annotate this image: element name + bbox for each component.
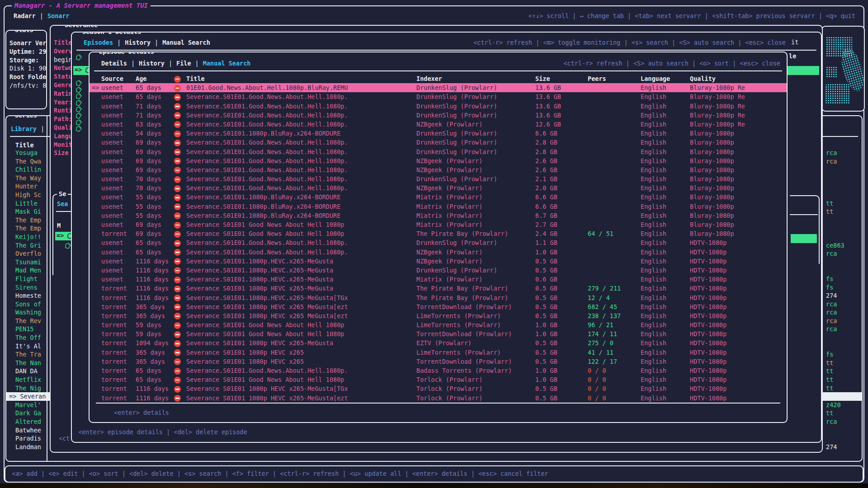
tab-manual-search[interactable]: Manual Search	[203, 60, 251, 67]
seasons-box-tab[interactable]: Sea	[57, 200, 68, 207]
search-result-row[interactable]: =>usenet65 days01E01.Good.News.About.Hel…	[90, 83, 787, 92]
series-title: PEN15	[6, 325, 34, 333]
rejected-icon	[174, 304, 181, 310]
tab-sonarr[interactable]: Sonarr	[47, 12, 70, 19]
result-peers	[588, 238, 641, 247]
search-result-row[interactable]: torrent1116 daysSeverance S01E01 1080p H…	[90, 284, 787, 293]
search-result-row[interactable]: torrent365 daysSeverance S01E01 1080p HE…	[90, 357, 787, 366]
search-result-row[interactable]: torrent1116 daysSeverance S01E01 1080p H…	[90, 394, 787, 403]
rejected-icon	[174, 295, 181, 301]
search-result-row[interactable]: torrent365 daysSeverance S01E01 1080p HE…	[90, 302, 787, 311]
search-result-row[interactable]: usenet69 daysSeverance.S01E01.Good.News.…	[90, 138, 787, 147]
result-rejected	[168, 284, 186, 293]
search-result-row[interactable]: torrent1094 daysSeverance S01E01 1080p H…	[90, 338, 787, 347]
background-column-fragment: tt	[826, 384, 833, 393]
rejected-icon	[174, 358, 181, 365]
result-title: Severance S01E01 Good News About Hell 10…	[186, 229, 416, 238]
result-peers: 682 / 45	[588, 302, 641, 311]
search-result-row[interactable]: usenet65 daysSeverance.S01E01.Good.News.…	[90, 238, 787, 247]
result-peers	[588, 120, 641, 129]
tab-library[interactable]: Library	[11, 125, 37, 132]
result-rejected	[168, 229, 186, 238]
result-rejected	[168, 238, 186, 247]
search-result-row[interactable]: usenet70 daysSeverance.S01E01.Good.News.…	[90, 183, 787, 192]
result-age: 65 days	[136, 366, 168, 375]
search-result-row[interactable]: usenet71 daysSeverance.S01E01.Good.News.…	[90, 102, 787, 111]
selection-marker	[90, 275, 101, 284]
tab-details[interactable]: Details	[101, 60, 127, 67]
result-language: English	[641, 320, 690, 329]
result-rejected	[168, 384, 186, 393]
result-rejected	[168, 174, 186, 183]
search-result-row[interactable]: torrent59 daysSeverance S01E01 Good News…	[90, 329, 787, 338]
result-size: 2.7 GB	[535, 220, 588, 229]
result-peers: 0 / 0	[588, 384, 641, 393]
selection-marker	[90, 192, 101, 202]
search-result-row[interactable]: torrent1116 daysSeverance S01E01 1080p H…	[90, 384, 787, 393]
search-result-row[interactable]: usenet69 daysSeverance.S01E01.Good.News.…	[90, 156, 787, 165]
result-source: torrent	[101, 338, 136, 347]
result-age: 1116 days	[136, 284, 168, 293]
result-rejected	[168, 220, 186, 229]
tab-history[interactable]: History	[139, 60, 165, 67]
search-result-row[interactable]: usenet55 daysSeverance.S01E01.1080p.BluR…	[90, 192, 787, 202]
rejected-icon	[174, 286, 181, 292]
search-result-row[interactable]: usenet69 daysSeverance S01E01 Good News …	[90, 220, 787, 229]
result-title: Severance.S01E01.Good.News.About.Hell.10…	[186, 102, 416, 111]
search-result-row[interactable]: torrent365 daysSeverance S01E01 1080p HE…	[90, 311, 787, 320]
search-result-row[interactable]: usenet63 daysSeverance.S01E01.Good.News.…	[90, 120, 787, 129]
result-rejected	[168, 92, 186, 101]
search-result-row[interactable]: torrent1116 daysSeverance.S01E01.1080p.H…	[90, 293, 787, 302]
series-title: => Severan	[6, 393, 46, 400]
search-result-row[interactable]: torrent365 daysSeverance S01E01 1080p HE…	[90, 348, 787, 357]
result-title: Severance.S01E01.Good.News.About.Hell.10…	[186, 366, 416, 375]
search-result-row[interactable]: usenet65 daysSeverance.S01E01.Good.News.…	[90, 92, 787, 101]
selection-marker	[90, 394, 101, 403]
result-quality: Bluray-1080p	[690, 229, 787, 238]
search-result-row[interactable]: usenet1116 daysSeverance.S01E01.1080p.HE…	[90, 266, 787, 275]
series-title: The Way	[6, 174, 41, 182]
search-result-row[interactable]: torrent69 daysSeverance S01E01 Good News…	[90, 229, 787, 238]
search-result-row[interactable]: usenet1116 daysSeverance.S01E01.1080p.HE…	[90, 257, 787, 266]
search-result-row[interactable]: usenet71 daysSeverance.S01E01.Good.News.…	[90, 111, 787, 120]
selection-marker	[90, 293, 101, 302]
tab-separator: |	[165, 60, 176, 67]
search-result-row[interactable]: torrent65 daysSeverance.S01E01.Good.News…	[90, 366, 787, 375]
result-indexer: Torlock (Prowlarr)	[416, 394, 535, 403]
search-result-row[interactable]: torrent59 daysSeverance S01E01 Good News…	[90, 320, 787, 329]
result-indexer: NZBgeek (Prowlarr)	[416, 165, 535, 174]
rejected-icon	[174, 85, 181, 92]
result-source: torrent	[101, 229, 136, 238]
search-result-row[interactable]: usenet69 daysSeverance.S01E01.Good.News.…	[90, 165, 787, 174]
result-age: 59 days	[136, 320, 168, 329]
search-result-row[interactable]: usenet55 daysSeverance.S01E01.1080p.BluR…	[90, 211, 787, 220]
search-result-row[interactable]: torrent65 daysSeverance S01E01 Good News…	[90, 375, 787, 384]
result-source: usenet	[101, 220, 136, 229]
result-peers	[588, 138, 641, 147]
search-result-row[interactable]: usenet1116 daysSeverance.S01E01.1080p.HE…	[90, 275, 787, 284]
result-age: 70 days	[136, 174, 168, 183]
result-rejected	[168, 320, 186, 329]
result-source: torrent	[101, 284, 136, 293]
search-result-row[interactable]: usenet70 daysSeverance.S01E01.Good.News.…	[90, 174, 787, 183]
tab-file[interactable]: File	[176, 60, 191, 67]
result-rejected	[168, 102, 186, 111]
search-result-row[interactable]: usenet55 daysSeverance.S01E01.1080p.BluR…	[90, 202, 787, 211]
series-title: Keijo!!	[6, 233, 41, 240]
column-header-Indexer: Indexer	[416, 74, 535, 83]
column-header-Quality: Quality	[690, 74, 787, 83]
search-result-row[interactable]: usenet54 daysSeverance.S01E01.1080p.BluR…	[90, 129, 787, 138]
result-quality: HDTV-1080p	[690, 266, 787, 275]
search-result-row[interactable]: usenet65 daysSeverance.S01E01.Good.News.…	[90, 248, 787, 257]
result-peers	[588, 192, 641, 202]
result-rejected	[168, 248, 186, 257]
tab-radarr[interactable]: Radarr	[14, 12, 36, 19]
result-source: usenet	[101, 156, 136, 165]
result-language: English	[641, 357, 690, 366]
result-source: usenet	[101, 138, 136, 147]
search-result-row[interactable]: usenet69 daysSeverance.S01E01.Good.News.…	[90, 147, 787, 156]
result-title: Severance.S01E01.Good.News.About.Hell.10…	[186, 156, 416, 165]
result-peers	[588, 174, 641, 183]
series-title: Little	[6, 200, 38, 207]
result-peers: 238 / 137	[588, 311, 641, 320]
